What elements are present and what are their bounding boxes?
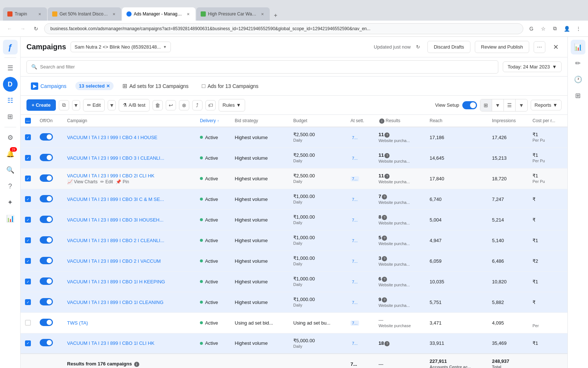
campaign-name[interactable]: VACUUM I TA I 23 I 899 I CBO 1I H KEEPIN… <box>67 279 191 284</box>
row-checkbox[interactable]: ✓ <box>25 279 31 284</box>
menu-icon[interactable]: ⋮ <box>573 24 584 34</box>
extensions-icon[interactable]: ⧉ <box>550 24 560 34</box>
row-checkbox[interactable] <box>25 320 31 326</box>
ads-tab[interactable]: □ Ads for 13 Campaigns <box>197 81 263 92</box>
header-results[interactable]: i Results <box>374 115 425 127</box>
nav-help[interactable]: ? <box>3 179 18 194</box>
tab-trapin[interactable]: Trapin ✕ <box>3 7 47 21</box>
header-delivery[interactable]: Delivery ↑ <box>196 115 230 127</box>
edit-action[interactable]: ✏ Edit <box>100 179 113 184</box>
campaign-name[interactable]: VACUUM I TA I 23 I 999 I CBO 3 I CLEANLI… <box>67 155 191 161</box>
row-toggle[interactable] <box>40 154 53 161</box>
row-checkbox[interactable]: ✓ <box>25 155 31 161</box>
nav-account[interactable]: D <box>3 77 18 92</box>
edit-button[interactable]: ✏ Edit <box>83 99 105 112</box>
campaign-name[interactable]: VACUUM I TA I 23 I 999 I CBO 4 I HOUSE <box>67 135 191 140</box>
create-button[interactable]: + Create <box>26 99 56 111</box>
rp-history-button[interactable]: 🕐 <box>571 72 585 87</box>
row-checkbox[interactable]: ✓ <box>25 196 31 202</box>
pin-action[interactable]: 📌 Pin <box>116 179 129 184</box>
results-info-icon[interactable]: ? <box>382 297 387 302</box>
date-selector[interactable]: Today: 24 Mar 2023 ▼ <box>503 61 562 72</box>
rules-button[interactable]: Rules ▼ <box>219 99 245 112</box>
reset-button[interactable]: ⊗ <box>179 100 189 110</box>
footer-info-icon[interactable]: i <box>134 362 139 367</box>
row-toggle[interactable] <box>40 277 53 285</box>
nav-reports[interactable]: 📊 <box>3 211 18 226</box>
tab-close-carwash[interactable]: ✕ <box>259 11 265 17</box>
nav-menu[interactable]: ☰ <box>3 61 18 75</box>
edit-chevron-button[interactable]: ▼ <box>108 100 116 110</box>
campaign-name[interactable]: VACUUM I TA I 23 I 899 I CBO 3I HOUSEH..… <box>67 217 191 223</box>
discard-drafts-button[interactable]: Discard Drafts <box>427 41 470 53</box>
search-input[interactable] <box>40 64 494 70</box>
profile-icon[interactable]: 👤 <box>562 24 572 34</box>
columns-view-button[interactable]: ☰ <box>504 99 516 111</box>
campaigns-tab[interactable]: ▶ Campaigns <box>26 80 71 92</box>
bookmark-icon[interactable]: ☆ <box>538 24 548 34</box>
rp-edit-button[interactable]: ✏ <box>571 56 585 71</box>
view-charts-action[interactable]: 📈 View Charts <box>67 179 98 184</box>
nav-home[interactable]: ƒ <box>3 40 18 54</box>
export-button[interactable]: ⤴ <box>192 100 202 110</box>
tab-carwash[interactable]: High Pressure Car Washing Ho... ✕ <box>196 7 270 21</box>
clear-selection-button[interactable]: ✕ <box>106 84 110 89</box>
row-toggle[interactable] <box>40 195 53 202</box>
results-info-icon[interactable]: ? <box>384 341 390 346</box>
row-toggle[interactable] <box>40 174 53 182</box>
row-checkbox[interactable]: ✓ <box>25 258 31 264</box>
results-info-icon[interactable]: ? <box>382 194 387 199</box>
duplicate-chevron-button[interactable]: ▼ <box>72 100 80 110</box>
nav-search[interactable]: 🔍 <box>3 163 18 177</box>
rp-chart-button[interactable]: 📊 <box>571 40 585 54</box>
address-input[interactable] <box>44 23 523 34</box>
view-chevron-button[interactable]: ▼ <box>492 99 504 111</box>
table-view-button[interactable]: ⊞ <box>480 99 492 111</box>
row-toggle[interactable] <box>40 257 53 264</box>
google-icon[interactable]: G <box>526 24 537 34</box>
nav-insights[interactable]: ✦ <box>3 195 18 210</box>
row-checkbox[interactable]: ✓ <box>25 237 31 243</box>
row-toggle[interactable] <box>40 216 53 223</box>
row-checkbox[interactable]: ✓ <box>25 176 31 181</box>
tab-close-adsmanager[interactable]: ✕ <box>185 11 191 17</box>
reload-button[interactable]: ↻ <box>31 24 41 34</box>
view-setup-toggle[interactable] <box>462 101 477 109</box>
row-toggle[interactable] <box>40 133 53 141</box>
delete-button[interactable]: 🗑 <box>153 100 163 110</box>
campaign-name[interactable]: VACUUM I TA I 23 I 899 I CBO 2 I CLEANLI… <box>67 238 191 243</box>
reports-button[interactable]: Reports ▼ <box>531 100 562 110</box>
tab-adsmanager[interactable]: Ads Manager - Manage ads - ... ✕ <box>122 7 196 21</box>
tab-close-trapin[interactable]: ✕ <box>37 11 43 17</box>
undo-button[interactable]: ↩ <box>166 100 176 110</box>
campaign-name[interactable]: VACUUM I TA I 23 I 999 I CBO 2I CLI HK <box>67 173 191 178</box>
close-button[interactable]: ✕ <box>550 41 562 53</box>
more-options-button[interactable]: ··· <box>534 41 545 53</box>
row-checkbox[interactable]: ✓ <box>25 340 31 346</box>
header-campaign[interactable]: Campaign <box>63 115 196 127</box>
row-toggle[interactable] <box>40 298 53 305</box>
campaign-name[interactable]: VACUUM I TA I 23 I 899 I CBO 2 I VACCUM <box>67 258 191 264</box>
campaign-name[interactable]: VACUUM I TA I 23 I 899 I CBO 1I CLEANING <box>67 300 191 305</box>
tab-discount[interactable]: Get 50% Instant Discount ... ✕ <box>48 7 121 21</box>
campaign-name[interactable]: VACUUM I TA I 23 I 899 I CBO 1I CLI HK <box>67 340 191 346</box>
nav-settings[interactable]: ⚙ <box>3 130 18 145</box>
tag-button[interactable]: 🏷 <box>205 100 216 110</box>
results-info-icon[interactable]: ? <box>384 132 390 138</box>
select-all-checkbox[interactable]: — <box>25 118 31 124</box>
results-info-icon[interactable]: ? <box>382 236 387 241</box>
campaign-name[interactable]: TWS (TA) <box>67 320 191 326</box>
results-info-icon[interactable]: ? <box>382 215 387 220</box>
account-selector[interactable]: Sam Nutra 2 <> Blink Neo (853928148... ▼ <box>71 42 171 52</box>
row-toggle[interactable] <box>40 319 53 326</box>
new-tab-button[interactable]: + <box>270 10 281 21</box>
back-button[interactable]: ← <box>4 24 15 34</box>
refresh-button[interactable]: ↻ <box>413 42 423 52</box>
review-publish-button[interactable]: Review and Publish <box>475 41 529 53</box>
row-toggle[interactable] <box>40 339 53 346</box>
row-checkbox[interactable]: ✓ <box>25 299 31 305</box>
results-info-icon[interactable]: ? <box>382 256 387 261</box>
forward-button[interactable]: → <box>18 24 28 34</box>
nav-grid[interactable]: ⊞ <box>3 109 18 124</box>
tab-close-discount[interactable]: ✕ <box>111 11 117 17</box>
